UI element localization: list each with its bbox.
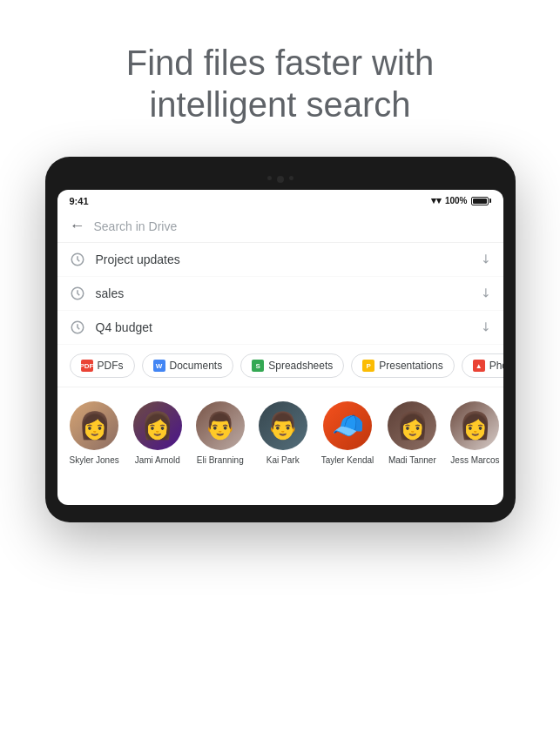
hero-title-line2: intelligent search: [149, 85, 410, 124]
suggestion-left-2: sales: [70, 286, 125, 301]
hero-title-line1: Find files faster with: [126, 44, 434, 82]
tablet-screen: 9:41 ▾▾ 100% ← Search in Drive: [57, 190, 503, 505]
sheets-chip-icon: S: [252, 360, 264, 372]
clock-icon-2: [70, 286, 85, 301]
chip-photos[interactable]: ▲ Photos & Images: [462, 353, 503, 378]
chip-spreadsheets-label: Spreadsheets: [268, 360, 333, 372]
wifi-icon: ▾▾: [431, 195, 442, 206]
tablet-shell: 9:41 ▾▾ 100% ← Search in Drive: [45, 157, 516, 522]
tablet-device: 9:41 ▾▾ 100% ← Search in Drive: [45, 157, 516, 522]
photos-chip-icon: ▲: [473, 360, 485, 372]
suggestion-text-2: sales: [96, 286, 125, 300]
battery-tip: [489, 199, 491, 203]
search-bar[interactable]: ← Search in Drive: [57, 210, 503, 243]
person-madi[interactable]: 👩 Madi Tanner: [388, 401, 436, 465]
person-skyler[interactable]: 👩 Skyler Jones: [70, 401, 119, 465]
person-tayler[interactable]: 🧢 Tayler Kendal: [321, 401, 374, 465]
person-name-kai: Kai Park: [267, 455, 300, 465]
person-jess[interactable]: 👩 Jess Marcos: [450, 401, 499, 465]
person-name-jami: Jami Arnold: [135, 455, 180, 465]
person-name-tayler: Tayler Kendal: [321, 455, 374, 465]
suggestion-text-3: Q4 budget: [96, 320, 152, 334]
pdf-chip-icon: PDF: [81, 360, 93, 372]
hero-section: Find files faster with intelligent searc…: [91, 42, 469, 125]
suggestion-left-1: Project updates: [70, 252, 180, 267]
sensor-dot-2: [289, 176, 293, 180]
avatar-kai: 👨: [259, 401, 307, 450]
search-suggestions: Project updates ↗ sales ↗: [57, 243, 503, 345]
suggestion-project-updates[interactable]: Project updates ↗: [57, 243, 503, 277]
arrow-icon-1: ↗: [477, 251, 495, 268]
person-name-jess: Jess Marcos: [450, 455, 499, 465]
avatar-madi: 👩: [388, 401, 436, 450]
chip-photos-label: Photos & Images: [489, 360, 503, 372]
chip-pdfs[interactable]: PDF PDFs: [70, 353, 135, 378]
front-camera: [277, 176, 284, 183]
person-kai[interactable]: 👨 Kai Park: [259, 401, 307, 465]
person-name-skyler: Skyler Jones: [70, 455, 119, 465]
chip-spreadsheets[interactable]: S Spreadsheets: [240, 353, 344, 378]
people-row: 👩 Skyler Jones 👩 Jami Arnold 👨 Eli Brann…: [57, 387, 503, 479]
avatar-jess: 👩: [450, 401, 499, 450]
sensor-dot-1: [267, 176, 272, 180]
status-bar: 9:41 ▾▾ 100%: [57, 190, 503, 210]
chip-documents[interactable]: W Documents: [142, 353, 234, 378]
chip-pdfs-label: PDFs: [98, 360, 124, 372]
chip-documents-label: Documents: [170, 360, 223, 372]
avatar-tayler: 🧢: [323, 401, 372, 450]
chip-presentations-label: Presentations: [379, 360, 442, 372]
arrow-icon-3: ↗: [477, 319, 495, 336]
person-eli[interactable]: 👨 Eli Branning: [196, 401, 245, 465]
clock-icon-3: [70, 320, 85, 335]
avatar-eli: 👨: [196, 401, 245, 450]
suggestion-sales[interactable]: sales ↗: [57, 277, 503, 311]
slides-chip-icon: P: [362, 360, 374, 372]
suggestion-left-3: Q4 budget: [70, 320, 152, 335]
battery-percent: 100%: [445, 196, 468, 205]
tablet-top-bar: [57, 172, 503, 188]
tablet-sensors: [267, 176, 293, 183]
chip-presentations[interactable]: P Presentations: [351, 353, 454, 378]
arrow-icon-2: ↗: [477, 285, 495, 302]
person-name-madi: Madi Tanner: [388, 455, 436, 465]
battery-fill: [473, 199, 487, 204]
avatar-skyler: 👩: [70, 401, 118, 450]
suggestion-q4-budget[interactable]: Q4 budget ↗: [57, 311, 503, 345]
hero-title: Find files faster with intelligent searc…: [126, 42, 434, 125]
battery-icon: [471, 197, 491, 205]
battery-body: [471, 197, 489, 205]
status-icons: ▾▾ 100%: [431, 195, 491, 206]
avatar-jami: 👩: [133, 401, 182, 450]
status-time: 9:41: [70, 196, 89, 206]
back-button[interactable]: ←: [70, 217, 85, 235]
person-jami[interactable]: 👩 Jami Arnold: [133, 401, 182, 465]
doc-chip-icon: W: [153, 360, 165, 372]
suggestion-text-1: Project updates: [96, 252, 180, 266]
category-chips: PDF PDFs W Documents S Spreadsheets: [57, 345, 503, 387]
clock-icon-1: [70, 252, 85, 267]
search-placeholder[interactable]: Search in Drive: [94, 219, 178, 233]
person-name-eli: Eli Branning: [197, 455, 244, 465]
